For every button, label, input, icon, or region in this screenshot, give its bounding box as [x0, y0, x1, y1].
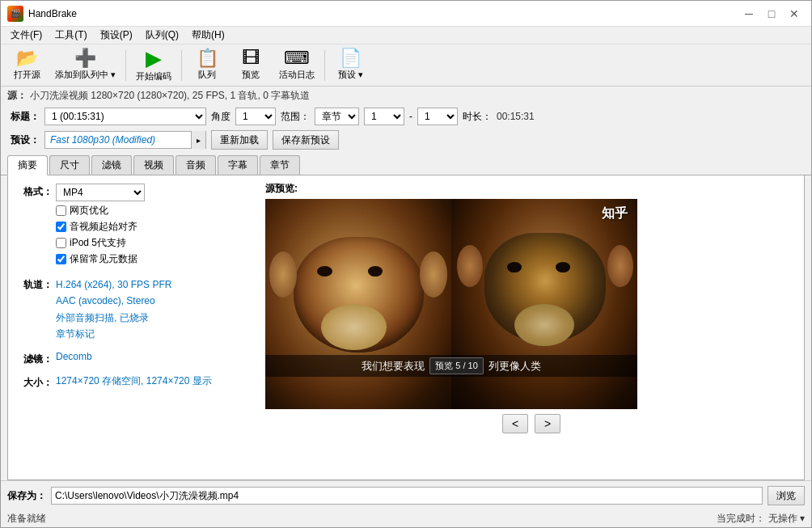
title-label: 标题： [7, 110, 40, 124]
chapter-to-select[interactable]: 1 [417, 108, 458, 125]
add-queue-icon: ➕ [74, 49, 96, 67]
save-path-input[interactable] [51, 487, 763, 505]
range-label: 范围： [281, 110, 310, 124]
app-window: 🎬 HandBrake ─ □ ✕ 文件(F) 工具(T) 预设(P) 队列(Q… [0, 0, 812, 528]
ipod-checkbox[interactable] [56, 238, 66, 248]
size-row: 大小： 1274×720 存储空间, 1274×720 显示 [16, 374, 251, 390]
close-button[interactable]: ✕ [784, 6, 805, 22]
tab-audio[interactable]: 音频 [176, 155, 216, 175]
web-optimize-row: 网页优化 [56, 204, 251, 218]
metadata-row: 保留常见元数据 [56, 252, 251, 266]
preview-prev-button[interactable]: < [502, 414, 528, 433]
toolbar: 📂 打开源 ➕ 添加到队列中 ▾ ▶ 开始编码 📋 队列 🎞 预览 ⌨ 活动日志… [1, 44, 811, 87]
preview-container: 知乎 我们想要表现 预览 5 / 10 列更像人类 [265, 199, 637, 409]
reload-preset-button[interactable]: 重新加载 [211, 130, 268, 150]
toolbar-separator-1 [125, 50, 126, 81]
app-icon: 🎬 [7, 6, 23, 22]
subtitle-bar: 我们想要表现 预览 5 / 10 列更像人类 [265, 355, 637, 377]
status-left: 准备就绪 [7, 512, 46, 526]
tabs: 摘要 尺寸 滤镜 视频 音频 字幕 章节 [1, 152, 811, 175]
subtitle-right: 列更像人类 [488, 359, 541, 374]
add-to-queue-button[interactable]: ➕ 添加到队列中 ▾ [49, 48, 121, 83]
tab-subtitles[interactable]: 字幕 [218, 155, 258, 175]
preview-badge: 预览 5 / 10 [429, 357, 484, 374]
bottom-bar: 保存为： 浏览 准备就绪 当完成时： 无操作 ▾ [1, 480, 811, 527]
preview-button[interactable]: 🎞 预览 [230, 48, 272, 83]
content-area: 格式： MP4 网页优化 音视频起始对齐 [7, 175, 805, 480]
filters-row: 滤镜： Decomb [16, 351, 251, 366]
track-4: 章节标记 [56, 326, 251, 342]
duration-value: 00:15:31 [497, 111, 535, 122]
tab-video[interactable]: 视频 [133, 155, 174, 175]
activity-log-button[interactable]: ⌨ 活动日志 [273, 48, 320, 83]
start-encode-button[interactable]: ▶ 开始编码 [130, 48, 177, 83]
menu-tools[interactable]: 工具(T) [49, 27, 93, 44]
ipod-label: iPod 5代支持 [70, 236, 126, 250]
range-select[interactable]: 章节 [315, 108, 359, 125]
queue-icon: 📋 [197, 49, 218, 67]
tracks-content: H.264 (x264), 30 FPS PFR AAC (avcodec), … [56, 277, 251, 343]
menu-queue[interactable]: 队列(Q) [139, 27, 185, 44]
start-label: 开始编码 [136, 70, 171, 82]
status-bar: 准备就绪 当完成时： 无操作 ▾ [1, 510, 811, 527]
source-text: 小刀洗澡视频 1280×720 (1280×720), 25 FPS, 1 音轨… [30, 89, 310, 103]
menu-file[interactable]: 文件(F) [4, 27, 49, 44]
metadata-checkbox[interactable] [56, 254, 66, 264]
start-icon: ▶ [146, 48, 162, 69]
save-row: 保存为： 浏览 [1, 481, 811, 510]
filters-label: 滤镜： [16, 351, 53, 366]
preset-label: 预设： [7, 133, 40, 147]
maximize-button[interactable]: □ [761, 6, 782, 22]
metadata-label: 保留常见元数据 [70, 252, 137, 266]
preview-next-button[interactable]: > [535, 414, 560, 433]
format-select[interactable]: MP4 [56, 184, 145, 201]
main-area: 摘要 尺寸 滤镜 视频 音频 字幕 章节 格式： MP4 [1, 152, 811, 480]
preview-label: 预览 [242, 69, 260, 81]
size-label: 大小： [16, 374, 53, 390]
open-label: 打开源 [14, 69, 40, 81]
tab-filters[interactable]: 滤镜 [91, 155, 132, 175]
subtitle-left: 我们想要表现 [362, 359, 425, 374]
open-icon: 📂 [16, 49, 38, 67]
menu-presets[interactable]: 预设(P) [94, 27, 139, 44]
status-right: 当完成时： 无操作 ▾ [717, 512, 805, 526]
open-source-button[interactable]: 📂 打开源 [6, 48, 48, 83]
browse-button[interactable]: 浏览 [768, 486, 805, 505]
tab-summary[interactable]: 摘要 [7, 155, 48, 175]
add-queue-label: 添加到队列中 ▾ [55, 69, 116, 81]
preset-arrow-button[interactable]: ▸ [191, 131, 205, 149]
queue-button[interactable]: 📋 队列 [186, 48, 228, 83]
angle-label: 角度 [211, 110, 230, 124]
tab-chapters[interactable]: 章节 [260, 155, 300, 175]
toolbar-separator-3 [324, 50, 325, 81]
menu-help[interactable]: 帮助(H) [185, 27, 231, 44]
title-bar: 🎬 HandBrake ─ □ ✕ [1, 1, 811, 27]
tab-size[interactable]: 尺寸 [49, 155, 90, 175]
activity-label: 活动日志 [279, 69, 315, 81]
preview-nav: < > [265, 414, 797, 433]
align-av-label: 音视频起始对齐 [70, 220, 137, 234]
format-content: MP4 网页优化 音视频起始对齐 iPod 5代支持 [56, 184, 251, 268]
right-panel: 源预览: [259, 175, 804, 479]
status-right-value[interactable]: 无操作 ▾ [768, 512, 805, 526]
size-content: 1274×720 存储空间, 1274×720 显示 [56, 374, 251, 388]
size-value: 1274×720 存储空间, 1274×720 显示 [56, 375, 212, 386]
title-row: 标题： 1 (00:15:31) 角度 1 范围： 章节 1 - 1 时长： 0… [1, 105, 811, 128]
web-optimize-checkbox[interactable] [56, 205, 66, 216]
filter-value: Decomb [56, 351, 92, 362]
align-av-checkbox[interactable] [56, 222, 66, 232]
activity-icon: ⌨ [284, 49, 310, 67]
left-panel: 格式： MP4 网页优化 音视频起始对齐 [8, 175, 259, 479]
chapter-from-select[interactable]: 1 [364, 108, 404, 125]
save-preset-button[interactable]: 保存新预设 [273, 130, 339, 150]
minimize-button[interactable]: ─ [738, 6, 759, 22]
source-bar: 源： 小刀洗澡视频 1280×720 (1280×720), 25 FPS, 1… [1, 87, 811, 105]
track-3: 外部音频扫描, 已烧录 [56, 310, 251, 326]
title-select[interactable]: 1 (00:15:31) [44, 108, 206, 125]
track-1: H.264 (x264), 30 FPS PFR [56, 277, 251, 293]
presets-button[interactable]: 📄 预设 ▾ [329, 48, 371, 83]
window-title: HandBrake [28, 8, 738, 19]
angle-select[interactable]: 1 [235, 108, 276, 125]
toolbar-separator-2 [181, 50, 182, 81]
window-controls: ─ □ ✕ [738, 6, 805, 22]
